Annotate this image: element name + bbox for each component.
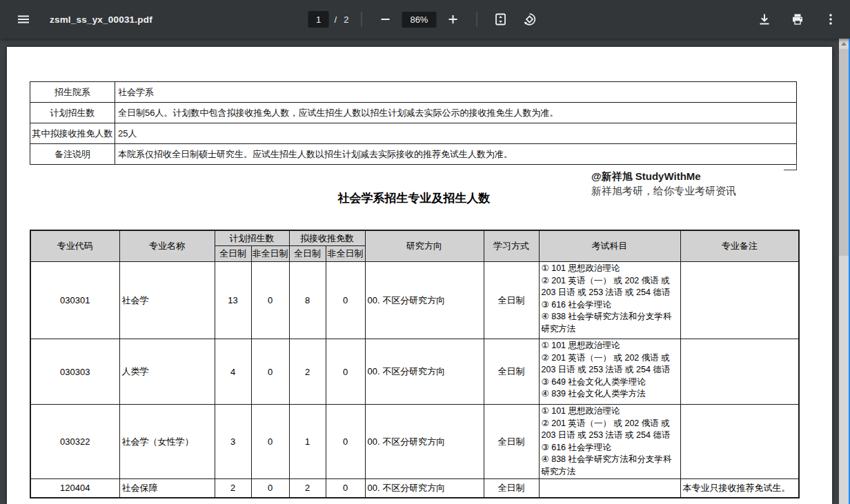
- info-value: 本院系仅招收全日制硕士研究生。应试生招生人数以招生计划减去实际接收的推荐免试生人…: [115, 144, 797, 165]
- cell-plan-ft: 3: [215, 405, 251, 479]
- admissions-table: 专业代码 专业名称 计划招生数 拟接收推免数 研究方向 学习方式 考试科目 专业…: [30, 230, 800, 498]
- table-row: 030322 社会学（女性学） 3 0 1 0 00. 不区分研究方向 全日制 …: [30, 405, 799, 479]
- menu-icon: [17, 12, 30, 26]
- cell-plan-ft: 13: [215, 262, 251, 339]
- fit-page-icon: [493, 12, 507, 26]
- cell-remark: [680, 339, 799, 405]
- pdf-toolbar: zsml_ss_yx_00031.pdf / 2 86%: [0, 0, 850, 39]
- toolbar-left: zsml_ss_yx_00031.pdf: [11, 7, 273, 32]
- cell-mode: 全日制: [484, 339, 539, 405]
- col-header-mode: 学习方式: [484, 230, 539, 262]
- cell-tm-pt: 0: [326, 405, 365, 479]
- col-header-remark: 专业备注: [680, 230, 799, 262]
- cell-direction: 00. 不区分研究方向: [365, 479, 484, 498]
- cell-plan-pt: 0: [251, 405, 289, 479]
- cell-mode: 全日制: [484, 405, 539, 479]
- more-options-button[interactable]: [818, 7, 843, 32]
- cell-plan-ft: 4: [215, 339, 251, 405]
- cell-tm-pt: 0: [326, 339, 365, 405]
- col-header-tuimian: 拟接收推免数: [289, 230, 365, 246]
- table-row: 招生院系 社会学系: [30, 82, 797, 103]
- vertical-scrollbar[interactable]: [839, 39, 849, 504]
- col-header-parttime: 非全日制: [251, 246, 289, 262]
- info-value: 全日制56人。计划数中包含拟接收推免人数，应试生招生人数以招生计划减去实际公示的…: [115, 103, 797, 123]
- table-corner-mark: [784, 159, 797, 170]
- cell-remark: 本专业只接收推荐免试生。: [680, 479, 799, 498]
- zoom-level[interactable]: 86%: [402, 12, 436, 28]
- download-icon: [758, 12, 771, 26]
- info-label: 备注说明: [30, 144, 115, 165]
- page-number-input[interactable]: [308, 11, 329, 28]
- menu-button[interactable]: [11, 7, 36, 32]
- page-separator: /: [333, 14, 339, 25]
- print-button[interactable]: [785, 7, 810, 32]
- cell-direction: 00. 不区分研究方向: [365, 405, 484, 479]
- zoom-out-icon: [379, 14, 391, 25]
- cell-direction: 00. 不区分研究方向: [365, 339, 484, 405]
- pdf-page-1: 招生院系 社会学系 计划招生数 全日制56人。计划数中包含拟接收推免人数，应试生…: [7, 47, 832, 504]
- cell-remark: [680, 262, 799, 339]
- watermark-line1: @新祥旭 StudyWithMe: [591, 169, 736, 183]
- scroll-up-icon: [841, 42, 847, 46]
- info-label: 招生院系: [30, 82, 115, 103]
- table-row: 120404 社会保障 2 0 2 0 00. 不区分研究方向 全日制 本专业只…: [30, 479, 799, 498]
- download-button[interactable]: [752, 7, 777, 32]
- col-header-plan: 计划招生数: [215, 230, 289, 246]
- cell-subjects: ① 101 思想政治理论 ② 201 英语（一） 或 202 俄语 或 203 …: [539, 339, 680, 405]
- rotate-button[interactable]: [517, 7, 542, 32]
- cell-tm-ft: 1: [289, 405, 326, 479]
- page-total: 2: [342, 14, 350, 25]
- cell-plan-pt: 0: [251, 479, 289, 498]
- cell-tm-ft: 2: [289, 339, 326, 405]
- cell-code: 030303: [30, 339, 119, 405]
- col-header-fulltime: 全日制: [215, 246, 251, 262]
- table-row: 备注说明 本院系仅招收全日制硕士研究生。应试生招生人数以招生计划减去实际接收的推…: [30, 144, 797, 165]
- col-header-code: 专业代码: [30, 230, 119, 262]
- cell-subjects: ① 101 思想政治理论 ② 201 英语（一） 或 202 俄语 或 203 …: [539, 262, 680, 339]
- zoom-in-button[interactable]: [440, 7, 465, 32]
- cell-plan-pt: 0: [251, 262, 289, 339]
- cell-tm-ft: 2: [289, 479, 326, 498]
- cell-tm-pt: 0: [326, 262, 365, 339]
- table-row: 其中拟接收推免人数 25人: [30, 123, 797, 144]
- cell-subjects: ① 101 思想政治理论 ② 201 英语（一） 或 202 俄语 或 203 …: [539, 405, 680, 479]
- cell-subjects: [539, 479, 680, 498]
- scrollbar-thumb[interactable]: [839, 49, 849, 256]
- cell-mode: 全日制: [484, 479, 539, 498]
- scroll-up-button[interactable]: [839, 39, 849, 49]
- cell-plan-ft: 2: [215, 479, 251, 498]
- document-title: zsml_ss_yx_00031.pdf: [50, 14, 152, 25]
- cell-name: 人类学: [119, 339, 215, 405]
- cell-name: 社会学: [119, 262, 215, 339]
- toolbar-center: / 2 86%: [308, 0, 542, 39]
- cell-name: 社会保障: [119, 479, 215, 498]
- rotate-icon: [522, 12, 536, 26]
- info-value: 社会学系: [115, 82, 797, 103]
- cell-code: 030301: [30, 262, 119, 339]
- cell-name: 社会学（女性学）: [119, 405, 215, 479]
- toolbar-divider: [476, 12, 477, 27]
- toolbar-divider: [361, 12, 362, 27]
- col-header-fulltime: 全日制: [289, 246, 326, 262]
- table-row: 计划招生数 全日制56人。计划数中包含拟接收推免人数，应试生招生人数以招生计划减…: [30, 103, 797, 123]
- info-label: 其中拟接收推免人数: [30, 123, 115, 144]
- page-title: 社会学系招生专业及招生人数: [30, 190, 798, 206]
- cell-mode: 全日制: [484, 262, 539, 339]
- col-header-direction: 研究方向: [365, 230, 484, 262]
- table-row: 030303 人类学 4 0 2 0 00. 不区分研究方向 全日制 ① 101…: [30, 339, 799, 405]
- table-row: 030301 社会学 13 0 8 0 00. 不区分研究方向 全日制 ① 10…: [30, 262, 799, 339]
- toolbar-right: [752, 0, 843, 39]
- cell-direction: 00. 不区分研究方向: [365, 262, 484, 339]
- col-header-parttime: 非全日制: [326, 246, 365, 262]
- zoom-out-button[interactable]: [373, 7, 397, 32]
- info-label: 计划招生数: [30, 103, 115, 123]
- col-header-name: 专业名称: [119, 230, 215, 262]
- more-options-icon: [824, 12, 838, 26]
- fit-page-button[interactable]: [488, 7, 513, 32]
- header-row-1: 专业代码 专业名称 计划招生数 拟接收推免数 研究方向 学习方式 考试科目 专业…: [30, 230, 799, 246]
- cell-remark: [680, 405, 799, 479]
- zoom-in-icon: [447, 14, 458, 25]
- cell-code: 030322: [30, 405, 119, 479]
- cell-tm-ft: 8: [289, 262, 326, 339]
- department-info-table: 招生院系 社会学系 计划招生数 全日制56人。计划数中包含拟接收推免人数，应试生…: [30, 81, 797, 165]
